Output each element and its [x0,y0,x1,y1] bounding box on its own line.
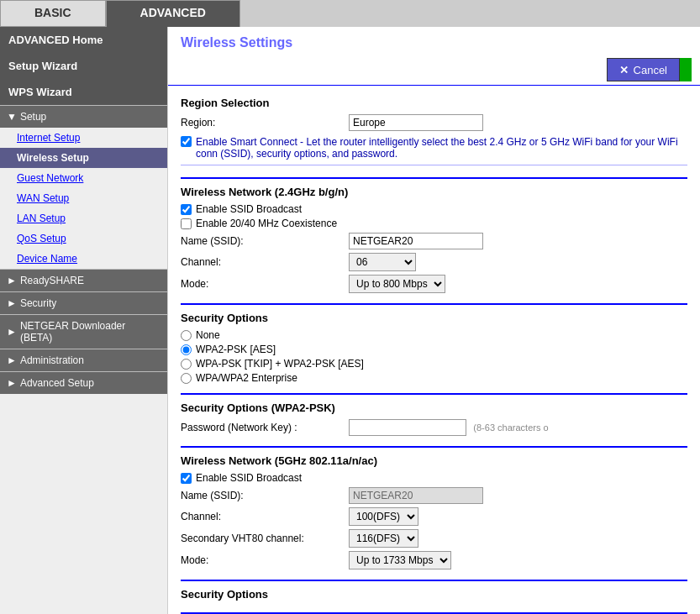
smart-connect-row: Enable Smart Connect - Let the router in… [181,136,687,165]
sec-wpa2psk-radio[interactable] [181,344,192,355]
security-5-title: Security Options [181,588,687,601]
arrow-icon: ► [7,297,17,309]
smart-connect-text: Enable Smart Connect - Let the router in… [196,136,687,160]
arrow-icon: ► [7,377,17,389]
channel-24-row: Channel: 06 01 02 03 04 05 07 08 09 [181,253,687,271]
security-5-section: Security Options [181,581,687,614]
wpa2-title: Security Options (WPA2-PSK) [181,401,687,414]
wifi-5-section: Wireless Network (5GHz 802.11a/n/ac) Ena… [181,448,687,581]
wifi-24-section: Wireless Network (2.4GHz b/g/n) None Ena… [181,179,687,305]
tab-basic[interactable]: BASIC [0,0,106,27]
ssid-24-input[interactable] [349,233,483,249]
sec-wpa2psk-label: WPA2-PSK [AES] [196,344,276,355]
enable-ssid-5-label: Enable SSID Broadcast [196,472,302,484]
sidebar-item-device-name[interactable]: Device Name [0,249,167,269]
ssid-5-input[interactable] [349,487,483,504]
security-title: Security Options [181,312,687,324]
sec-wpapsk-label: WPA-PSK [TKIP] + WPA2-PSK [AES] [196,358,364,370]
close-icon: ✕ [619,64,629,76]
mode-label: Mode: [181,278,349,290]
wifi-5-title: Wireless Network (5GHz 802.11a/n/ac) [181,454,687,467]
main-content: Wireless Settings ✕ Cancel Region Select… [168,27,700,614]
cancel-button[interactable]: ✕ Cancel [607,58,680,81]
sidebar-group-setup[interactable]: ▼ Setup [0,106,167,128]
enable-2040-row: Enable 20/40 MHz Coexistence [181,218,687,229]
sidebar: ADVANCED Home Setup Wizard WPS Wizard ▼ … [0,27,168,614]
sec-enterprise-row: WPA/WPA2 Enterprise [181,372,687,384]
tab-advanced[interactable]: ADVANCED [106,0,240,27]
channel-5-select[interactable]: 100(DFS) 36 40 44 48 [349,507,418,526]
mode-5-select[interactable]: Up to 1733 Mbps Up to 1300 Mbps Up to 86… [349,551,451,569]
region-label: Region: [181,117,349,129]
sec-wpapsk-radio[interactable] [181,359,192,370]
tab-basic-label: BASIC [34,6,71,19]
channel-24-select[interactable]: 06 01 02 03 04 05 07 08 09 10 11 [349,253,416,271]
sec-enterprise-label: WPA/WPA2 Enterprise [196,372,297,384]
action-bar: ✕ Cancel [168,55,700,86]
password-row: Password (Network Key) : (8-63 character… [181,419,687,436]
secondary-vht80-label: Secondary VHT80 channel: [181,533,349,544]
sidebar-item-lan-setup[interactable]: LAN Setup [0,208,167,228]
mode-5-label: Mode: [181,554,349,566]
sidebar-item-setup-wizard[interactable]: Setup Wizard [0,53,167,79]
secondary-vht80-select[interactable]: 116(DFS) 108 100 [349,529,418,548]
sidebar-item-wps-wizard[interactable]: WPS Wizard [0,79,167,105]
mode-24-row: Mode: Up to 800 Mbps Up to 600 Mbps Up t… [181,275,687,293]
enable-ssid-5-checkbox[interactable] [181,473,192,484]
sec-none-row: None [181,329,687,341]
mode-24-select[interactable]: Up to 800 Mbps Up to 600 Mbps Up to 400 … [349,275,445,293]
sidebar-group-security[interactable]: ► Security [0,292,167,314]
enable-ssid-24-row: None Enable SSID Broadcast [181,203,687,215]
region-section: Region Selection Region: Enable Smart Co… [181,90,687,179]
smart-connect-checkbox[interactable] [181,136,192,147]
arrow-icon: ► [7,354,17,366]
sidebar-item-wan-setup[interactable]: WAN Setup [0,188,167,208]
region-title: Region Selection [181,97,687,109]
sidebar-group-readyshare[interactable]: ► ReadySHARE [0,270,167,291]
sec-none-radio[interactable] [181,330,192,341]
password-input[interactable] [349,419,466,436]
content-area: Region Selection Region: Enable Smart Co… [168,86,700,614]
enable-2040-checkbox[interactable] [181,218,192,229]
arrow-icon: ► [7,275,17,286]
arrow-icon: ► [7,326,17,338]
sec-wpa2psk-row: WPA2-PSK [AES] [181,344,687,355]
arrow-icon: ▼ [7,111,17,123]
sidebar-item-advanced-home[interactable]: ADVANCED Home [0,27,167,53]
wifi-24-title: Wireless Network (2.4GHz b/g/n) [181,186,687,198]
enable-2040-label: Enable 20/40 MHz Coexistence [196,218,337,229]
sidebar-item-wireless-setup[interactable]: Wireless Setup [0,148,167,168]
sec-none-label: None [196,329,220,341]
wpa2-section: Security Options (WPA2-PSK) Password (Ne… [181,395,687,448]
tab-advanced-label: ADVANCED [140,6,206,19]
sidebar-item-internet-setup[interactable]: Internet Setup [0,128,167,148]
region-row: Region: [181,114,687,131]
sidebar-group-advanced-setup[interactable]: ► Advanced Setup [0,372,167,394]
password-label: Password (Network Key) : [181,422,349,433]
sidebar-item-qos-setup[interactable]: QoS Setup [0,228,167,249]
sidebar-group-administration[interactable]: ► Administration [0,349,167,371]
ssid-5-label: Name (SSID): [181,490,349,501]
secondary-vht80-row: Secondary VHT80 channel: 116(DFS) 108 10… [181,529,687,548]
mode-5-row: Mode: Up to 1733 Mbps Up to 1300 Mbps Up… [181,551,687,569]
channel-5-label: Channel: [181,511,349,522]
region-input[interactable] [349,114,483,131]
sidebar-item-guest-network[interactable]: Guest Network [0,168,167,188]
channel-label: Channel: [181,256,349,268]
password-hint: (8-63 characters o [473,422,548,433]
page-title: Wireless Settings [168,27,700,55]
enable-ssid-broadcast-label: Enable SSID Broadcast [196,203,302,215]
ssid-5-row: Name (SSID): [181,487,687,504]
region-value [349,114,687,131]
enable-ssid-24-checkbox[interactable] [181,204,192,215]
enable-ssid-5-row: Enable SSID Broadcast [181,472,687,484]
sidebar-group-netgear-downloader[interactable]: ► NETGEAR Downloader (BETA) [0,315,167,349]
green-indicator [680,58,692,81]
ssid-label: Name (SSID): [181,235,349,247]
ssid-24-row: Name (SSID): [181,233,687,249]
channel-5-row: Channel: 100(DFS) 36 40 44 48 [181,507,687,526]
sec-enterprise-radio[interactable] [181,373,192,384]
security-section: Security Options None WPA2-PSK [AES] WPA… [181,305,687,395]
sec-wpapsk-row: WPA-PSK [TKIP] + WPA2-PSK [AES] [181,358,687,370]
